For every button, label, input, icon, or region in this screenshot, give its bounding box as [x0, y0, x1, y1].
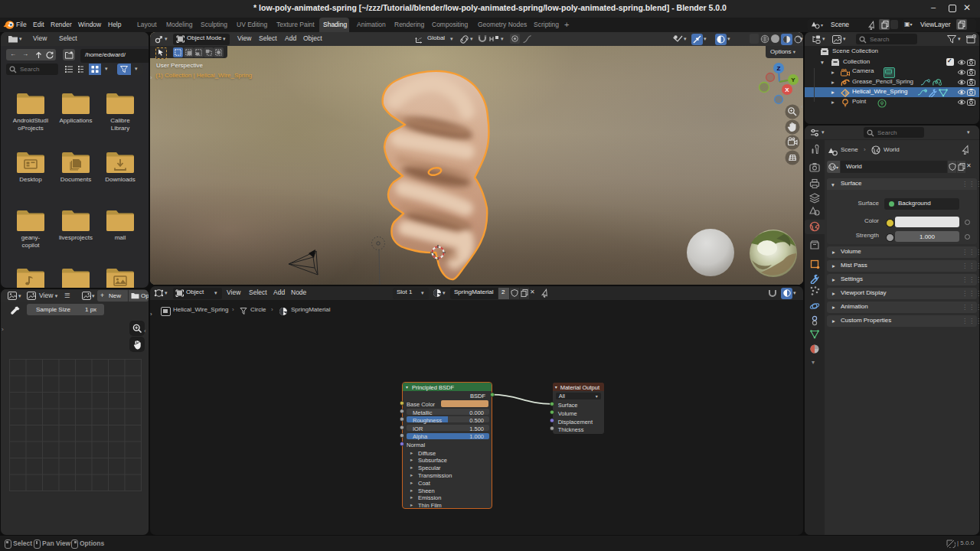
- svg-text:Z: Z: [777, 65, 781, 72]
- svg-text:X: X: [785, 86, 789, 93]
- svg-text:Y: Y: [791, 77, 795, 83]
- svg-text:‹: ‹: [801, 103, 803, 110]
